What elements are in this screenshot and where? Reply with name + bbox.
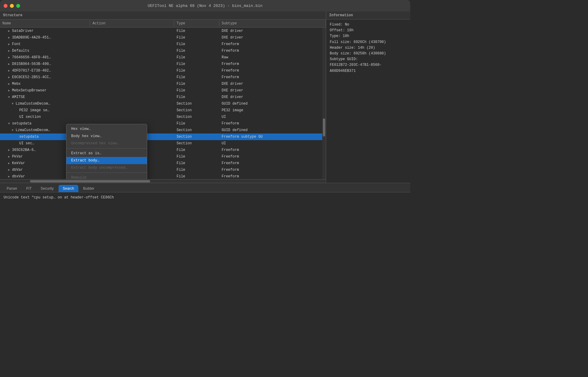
tab-security[interactable]: Security <box>36 185 58 192</box>
tree-body[interactable]: ▶ SataDriver File DXE driver ▶ 3DADB89E-… <box>0 28 326 179</box>
context-menu: Hex view…Body hex view…Uncompressed hex … <box>66 124 147 179</box>
bottom-text: Unicode text "cpu setup… on at header-of… <box>4 195 114 200</box>
tree-row[interactable]: ▶ Font File Freeform <box>0 41 326 48</box>
tree-row[interactable]: UI section Section UI <box>0 114 326 120</box>
scrollbar-thumb[interactable] <box>323 118 325 136</box>
tree-header: Name Action Type Subtype <box>0 20 326 28</box>
context-menu-item: Uncompressed hex view… <box>66 140 147 147</box>
chevron-icon: ▶ <box>7 69 11 72</box>
maximize-button[interactable] <box>16 4 20 8</box>
info-content: Fixed: NoOffset: 18hType: 18hFull size: … <box>326 20 410 76</box>
tree-row[interactable]: ▶ MebxSetupBrowser File DXE driver <box>0 87 326 94</box>
tree-cell-subtype: DXE driver <box>219 82 326 86</box>
tree-cell-subtype: Freeform <box>219 168 326 172</box>
tree-row[interactable]: ▶ PkVar File Freeform <box>0 153 326 160</box>
scrollbar-h-thumb[interactable] <box>30 180 150 182</box>
context-menu-item[interactable]: Body hex view… <box>66 133 147 140</box>
row-name-label: UI section <box>19 115 41 119</box>
tree-row[interactable]: PE32 image se… Section PE32 image <box>0 107 326 114</box>
row-name-label: setupdata <box>19 135 39 139</box>
tree-row[interactable]: ▶ 3DADB89E-4A20-451… File DXE driver <box>0 34 326 41</box>
tree-row[interactable]: ▶ dbVar File Freeform <box>0 167 326 173</box>
row-name-label: D815B964-563B-490… <box>12 62 51 66</box>
tab-search[interactable]: Search <box>59 185 78 192</box>
chevron-icon: ▶ <box>7 29 11 33</box>
info-line: Header size: 14h (20) <box>330 45 407 51</box>
chevron-icon: ▶ <box>7 175 11 178</box>
tree-cell-type: File <box>174 148 219 152</box>
context-menu-item[interactable]: Extract body… <box>66 157 147 164</box>
tree-row[interactable]: ▶ 76646656-48F0-481… File Raw <box>0 54 326 61</box>
chevron-icon: ▶ <box>7 75 11 79</box>
row-name-label: LzmaCustomDecom… <box>16 102 50 106</box>
context-menu-item[interactable]: Extract as is… <box>66 150 147 157</box>
chevron-icon: ▶ <box>7 155 11 158</box>
tab-builder[interactable]: Builder <box>79 185 99 192</box>
col-subtype: Subtype <box>219 20 326 26</box>
main-container: Structure Name Action Type Subtype ▶ Sat… <box>0 11 410 264</box>
tree-cell-subtype: DXE driver <box>219 29 326 33</box>
tree-cell-subtype: Freeform <box>219 121 326 126</box>
tree-cell-type: File <box>174 69 219 73</box>
tree-cell-name: ▶ Font <box>0 42 90 46</box>
chevron-icon: ▶ <box>7 161 11 165</box>
tree-cell-type: Section <box>174 108 219 112</box>
tree-row[interactable]: UI sec… Section UI <box>0 140 326 147</box>
tree-cell-type: File <box>174 161 219 165</box>
info-line: Fixed: No <box>330 22 407 28</box>
info-line: A66D946EB371 <box>330 68 407 74</box>
context-separator <box>66 173 147 173</box>
col-action: Action <box>90 20 174 26</box>
tree-cell-type: File <box>174 55 219 60</box>
tree-cell-type: File <box>174 88 219 93</box>
tree-cell-type: File <box>174 49 219 53</box>
tree-row[interactable]: ▶ SataDriver File DXE driver <box>0 28 326 34</box>
row-name-label: PkVar <box>12 155 23 159</box>
tree-row[interactable]: ▶ D815B964-563B-490… File Freeform <box>0 61 326 67</box>
tree-cell-subtype: Freeform <box>219 155 326 159</box>
tree-cell-subtype: GUID defined <box>219 102 326 106</box>
vertical-scrollbar[interactable] <box>322 28 326 179</box>
tree-cell-subtype: DXE driver <box>219 88 326 93</box>
row-name-label: dbxVar <box>12 174 25 179</box>
row-name-label: UI sec… <box>19 141 34 146</box>
tree-cell-name: ▼ LzmaCustomDecom… <box>0 102 90 106</box>
minimize-button[interactable] <box>10 4 14 8</box>
tree-row[interactable]: ▶ 365C62BA-6… File Freeform <box>0 147 326 153</box>
tree-row[interactable]: setupdata Section Freeform subtype GU <box>0 133 326 140</box>
close-button[interactable] <box>4 4 8 8</box>
tree-cell-name: ▶ Mebx <box>0 82 90 86</box>
tree-cell-name: UI section <box>0 115 90 119</box>
col-type: Type <box>174 20 219 26</box>
tree-cell-subtype: GUID defined <box>219 128 326 132</box>
row-name-label: AMITSE <box>12 95 25 99</box>
top-section: Structure Name Action Type Subtype ▶ Sat… <box>0 11 410 183</box>
row-name-label: PE32 image se… <box>19 108 50 112</box>
tree-row[interactable]: ▶ dbxVar File Freeform <box>0 173 326 179</box>
horizontal-scrollbar[interactable] <box>0 179 326 183</box>
tree-row[interactable]: ▶ Defaults File Freeform <box>0 48 326 54</box>
row-name-label: E0C8CE52-2B51-4CC… <box>12 75 51 79</box>
tree-row[interactable]: ▼ AMITSE File DXE driver <box>0 94 326 100</box>
tree-cell-subtype: Freeform <box>219 69 326 73</box>
tree-row[interactable]: ▼ LzmaCustomDecom… Section GUID defined <box>0 100 326 107</box>
titlebar: UEFITool NE alpha 68 (Nov 4 2023) - bios… <box>0 0 410 11</box>
tab-fit[interactable]: FIT <box>22 185 36 192</box>
row-name-label: Font <box>12 42 21 46</box>
tree-cell-type: File <box>174 42 219 46</box>
tree-cell-subtype: Freeform <box>219 62 326 66</box>
col-name: Name <box>0 20 90 26</box>
tree-row[interactable]: ▶ 4DFD7017-E738-402… File Freeform <box>0 67 326 74</box>
chevron-icon: ▶ <box>7 62 11 66</box>
tree-row[interactable]: ▶ E0C8CE52-2B51-4CC… File Freeform <box>0 74 326 81</box>
info-line: Full size: 6926Ch (430700) <box>330 39 407 45</box>
chevron-icon: ▶ <box>7 56 11 59</box>
tree-row[interactable]: ▼ setupdata File Freeform <box>0 120 326 127</box>
tree-cell-name: PE32 image se… <box>0 108 90 112</box>
context-menu-item[interactable]: Hex view… <box>66 125 147 133</box>
tree-row[interactable]: ▶ Mebx File DXE driver <box>0 81 326 87</box>
tab-parser[interactable]: Parser <box>2 185 21 192</box>
tree-row[interactable]: ▶ KekVar File Freeform <box>0 160 326 167</box>
tree-row[interactable]: ▼ LzmaCustomDecom… Section GUID defined <box>0 127 326 133</box>
row-name-label: 3DADB89E-4A20-451… <box>12 35 51 40</box>
